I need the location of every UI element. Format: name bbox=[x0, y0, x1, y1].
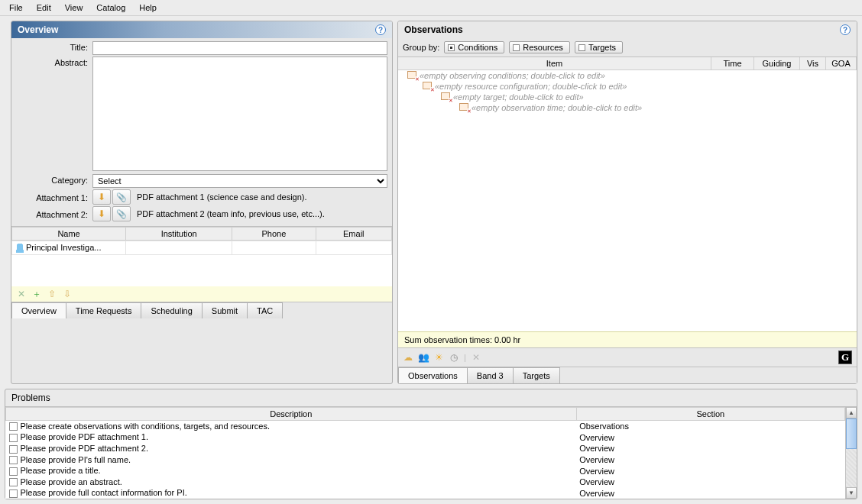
error-node-icon bbox=[459, 103, 470, 112]
attachment2-attach-button[interactable]: 📎 bbox=[112, 206, 131, 221]
gemini-icon[interactable]: G bbox=[838, 351, 852, 364]
abstract-textarea[interactable] bbox=[92, 57, 387, 171]
attachment1-label: Attachment 1: bbox=[16, 192, 92, 202]
scrollbar[interactable]: ▲ ▼ bbox=[845, 407, 857, 499]
menu-help[interactable]: Help bbox=[133, 2, 163, 14]
move-up-icon[interactable]: ⇧ bbox=[47, 289, 57, 299]
observations-tabs: Observations Band 3 Targets bbox=[398, 367, 857, 383]
radio-icon bbox=[578, 44, 585, 51]
clock-icon[interactable]: ◷ bbox=[449, 352, 459, 363]
group-by-resources[interactable]: Resources bbox=[509, 41, 570, 53]
problems-panel: Problems Description Section Please crea… bbox=[5, 389, 857, 499]
category-select[interactable]: Select bbox=[92, 174, 387, 188]
problem-desc: Please provide an abstract. bbox=[21, 477, 122, 486]
tab-time-requests[interactable]: Time Requests bbox=[66, 302, 142, 318]
table-row[interactable]: Please provide a title.Overview bbox=[6, 465, 845, 477]
problem-section: Overview bbox=[576, 477, 844, 488]
observations-tree[interactable]: Item Time Guiding Vis GOA «empty observi… bbox=[398, 57, 857, 331]
col-section[interactable]: Section bbox=[576, 407, 844, 420]
table-row[interactable]: Please provide PI's full name.Overview bbox=[6, 454, 845, 466]
tab-observations[interactable]: Observations bbox=[398, 367, 468, 383]
col-institution[interactable]: Institution bbox=[126, 228, 232, 241]
sun-icon[interactable]: ☀ bbox=[433, 352, 444, 363]
tree-row[interactable]: «empty observation time; double-click to… bbox=[398, 102, 857, 113]
col-time[interactable]: Time bbox=[711, 57, 754, 69]
tab-scheduling[interactable]: Scheduling bbox=[141, 302, 202, 318]
delete-icon[interactable]: ✕ bbox=[471, 352, 481, 363]
col-vis[interactable]: Vis bbox=[800, 57, 826, 69]
col-goa[interactable]: GOA bbox=[826, 57, 857, 69]
col-email[interactable]: Email bbox=[316, 228, 391, 241]
table-row[interactable]: Please provide full contact information … bbox=[6, 487, 845, 499]
title-input[interactable] bbox=[92, 41, 387, 55]
attachment2-desc: PDF attachment 2 (team info, previous us… bbox=[131, 209, 325, 218]
abstract-label: Abstract: bbox=[16, 57, 92, 67]
attachment2-download-button[interactable]: ⬇ bbox=[92, 206, 111, 221]
attachment1-desc: PDF attachment 1 (science case and desig… bbox=[131, 192, 307, 202]
table-row[interactable]: Please provide PDF attachment 1.Overview bbox=[6, 431, 845, 443]
investigators-table: Name Institution Phone Email Principal I… bbox=[11, 226, 392, 286]
problem-desc: Please provide PDF attachment 2. bbox=[21, 444, 149, 453]
col-phone[interactable]: Phone bbox=[232, 228, 316, 241]
delete-icon[interactable]: ✕ bbox=[16, 289, 27, 299]
group-by-conditions[interactable]: Conditions bbox=[444, 41, 504, 53]
scroll-thumb[interactable] bbox=[846, 418, 857, 449]
tree-row[interactable]: «empty resource configuration; double-cl… bbox=[398, 81, 857, 92]
problem-desc: Please provide PI's full name. bbox=[21, 455, 131, 464]
menu-view[interactable]: View bbox=[59, 2, 89, 14]
tab-submit[interactable]: Submit bbox=[202, 302, 248, 318]
paperclip-icon: 📎 bbox=[116, 192, 127, 202]
tab-targets[interactable]: Targets bbox=[513, 367, 560, 383]
problem-section: Overview bbox=[576, 431, 844, 443]
attachment1-attach-button[interactable]: 📎 bbox=[112, 189, 131, 205]
group-by-label: Group by: bbox=[403, 43, 439, 52]
table-row[interactable]: Please provide an abstract.Overview bbox=[6, 477, 845, 488]
problem-section: Overview bbox=[576, 487, 844, 499]
observations-panel: Observations ? Group by: Conditions Reso… bbox=[397, 21, 857, 384]
help-icon[interactable]: ? bbox=[375, 24, 386, 35]
problem-section: Overview bbox=[576, 443, 844, 454]
col-item[interactable]: Item bbox=[398, 57, 711, 69]
checkbox[interactable] bbox=[9, 478, 18, 486]
add-icon[interactable]: ＋ bbox=[31, 289, 42, 299]
person-icon bbox=[15, 244, 24, 253]
group-by-targets[interactable]: Targets bbox=[575, 41, 623, 53]
move-down-icon[interactable]: ⇩ bbox=[62, 289, 73, 299]
help-icon[interactable]: ? bbox=[840, 24, 851, 35]
table-row[interactable]: Principal Investiga... bbox=[12, 241, 392, 255]
tab-tac[interactable]: TAC bbox=[247, 302, 283, 318]
checkbox[interactable] bbox=[9, 445, 18, 454]
menu-file[interactable]: File bbox=[3, 2, 29, 14]
menu-catalog[interactable]: Catalog bbox=[90, 2, 131, 14]
attachment1-download-button[interactable]: ⬇ bbox=[92, 189, 111, 205]
tab-band3[interactable]: Band 3 bbox=[467, 367, 514, 383]
scroll-up-icon[interactable]: ▲ bbox=[846, 407, 857, 418]
col-description[interactable]: Description bbox=[6, 407, 577, 420]
problem-section: Overview bbox=[576, 454, 844, 466]
checkbox[interactable] bbox=[9, 422, 18, 431]
table-row[interactable]: Please create observations with conditio… bbox=[6, 420, 845, 431]
col-guiding[interactable]: Guiding bbox=[754, 57, 800, 69]
overview-title-bar: Overview ? bbox=[11, 21, 392, 38]
investigator-name: Principal Investiga... bbox=[26, 243, 101, 252]
checkbox[interactable] bbox=[9, 467, 18, 476]
problem-section: Observations bbox=[576, 420, 844, 431]
checkbox[interactable] bbox=[9, 456, 18, 464]
group-icon[interactable]: 👥 bbox=[418, 352, 429, 363]
cloud-icon[interactable]: ☁ bbox=[403, 352, 413, 363]
tab-overview[interactable]: Overview bbox=[11, 302, 66, 318]
error-node-icon bbox=[441, 92, 452, 102]
menubar: File Edit View Catalog Help bbox=[0, 0, 862, 16]
attachment2-label: Attachment 2: bbox=[16, 208, 92, 219]
scroll-down-icon[interactable]: ▼ bbox=[846, 487, 857, 499]
col-name[interactable]: Name bbox=[12, 228, 126, 241]
tree-row[interactable]: «empty observing conditions; double-clic… bbox=[398, 70, 857, 81]
checkbox[interactable] bbox=[9, 489, 18, 498]
radio-icon bbox=[448, 44, 455, 51]
menu-edit[interactable]: Edit bbox=[31, 2, 57, 14]
problem-section: Overview bbox=[576, 465, 844, 477]
table-row[interactable]: Please provide PDF attachment 2.Overview bbox=[6, 443, 845, 454]
checkbox[interactable] bbox=[9, 434, 18, 442]
download-icon: ⬇ bbox=[98, 208, 105, 219]
tree-row[interactable]: «empty target; double-click to edit» bbox=[398, 92, 857, 102]
